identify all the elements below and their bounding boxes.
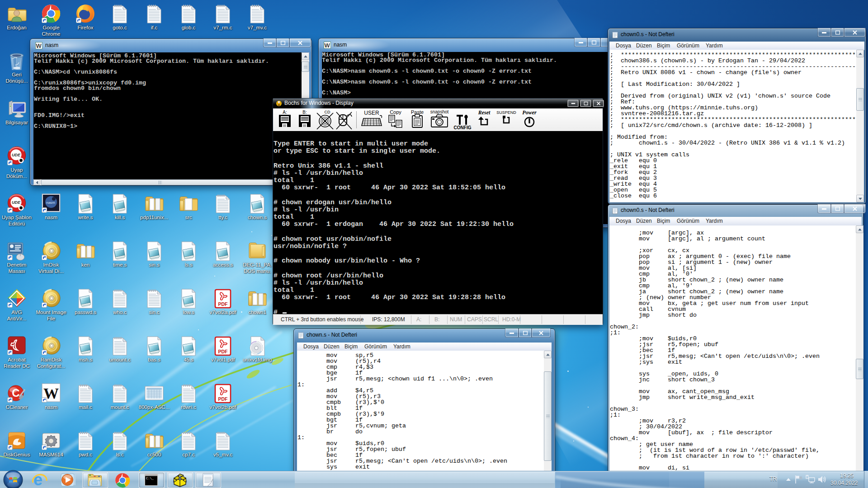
svg-text:UDE: UDE (12, 200, 21, 205)
svg-text:snapshot: snapshot (430, 109, 449, 114)
svg-text:CONFIG: CONFIG (454, 125, 472, 130)
svg-text:C:\_: C:\_ (146, 477, 154, 480)
svg-text:nasm: nasm (46, 201, 55, 205)
svg-text:Reset: Reset (478, 109, 491, 116)
svg-text:CD: CD (325, 110, 330, 114)
svg-text:Copy: Copy (390, 109, 401, 115)
svg-text:UDE: UDE (12, 153, 21, 157)
svg-text:B:: B: (302, 110, 307, 115)
svg-text:USER: USER (364, 110, 379, 116)
svg-text:SUSPEND: SUSPEND (496, 110, 516, 115)
svg-text:A:: A: (283, 110, 287, 115)
svg-text:C: C (12, 387, 19, 399)
svg-text:Paste: Paste (411, 109, 424, 115)
svg-text:Power: Power (522, 109, 537, 116)
